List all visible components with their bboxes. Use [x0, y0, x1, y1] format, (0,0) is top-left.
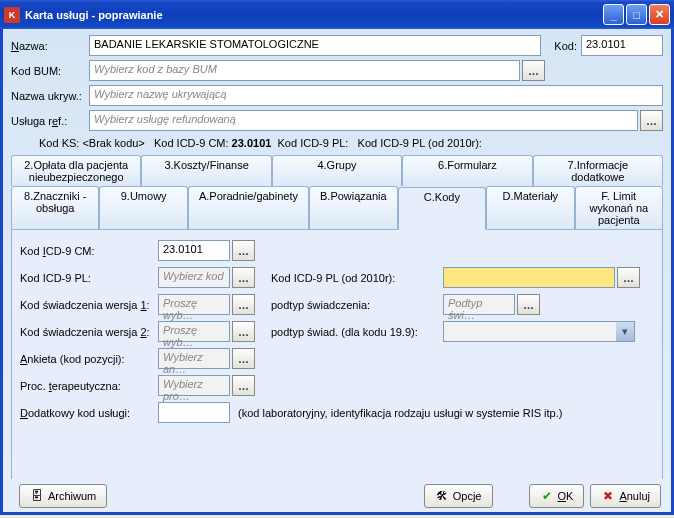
kodbum-label: Kod BUM:: [11, 65, 89, 77]
uslugaref-label: Usługa ref.:: [11, 115, 89, 127]
archiwum-button[interactable]: 🗄 Archiwum: [19, 484, 107, 508]
ksw1-browse-button[interactable]: …: [232, 294, 255, 315]
tools-icon: 🛠: [435, 489, 449, 503]
podtyp-label: podtyp świadczenia:: [271, 299, 443, 311]
panel-kody: Kod ICD-9 CM: 23.0101 … Kod ICD-9 PL: Wy…: [11, 229, 663, 514]
ankieta-label: Ankieta (kod pozycji):: [20, 353, 158, 365]
icd9pl2010-browse-button[interactable]: …: [617, 267, 640, 288]
chevron-down-icon: ▾: [616, 322, 634, 341]
maximize-button[interactable]: □: [626, 4, 647, 25]
icd9pl-input[interactable]: Wybierz kod: [158, 267, 230, 288]
icd9pl2010-label: Kod ICD-9 PL (od 2010r):: [271, 272, 443, 284]
podtyp-browse-button[interactable]: …: [517, 294, 540, 315]
podtyp199-combo[interactable]: ▾: [443, 321, 635, 342]
tab-row-2: 8.Znaczniki - obsługa 9.Umowy A.Poradnie…: [11, 186, 663, 229]
kodbum-browse-button[interactable]: …: [522, 60, 545, 81]
check-icon: ✔: [540, 489, 554, 503]
tab-znaczniki[interactable]: 8.Znaczniki - obsługa: [11, 186, 99, 229]
podtyp199-label: podtyp świad. (dla kodu 19.9):: [271, 326, 443, 338]
icd9cm-browse-button[interactable]: …: [232, 240, 255, 261]
icd9cm-input[interactable]: 23.0101: [158, 240, 230, 261]
icd9pl-browse-button[interactable]: …: [232, 267, 255, 288]
tab-limit[interactable]: F. Limit wykonań na pacjenta: [575, 186, 663, 229]
icd9pl2010-input[interactable]: [443, 267, 615, 288]
info-row: Kod KS: <Brak kodu> Kod ICD-9 CM: 23.010…: [39, 137, 663, 149]
opcje-button[interactable]: 🛠 Opcje: [424, 484, 493, 508]
dodkod-note: (kod laboratoryjny, identyfikacja rodzaj…: [238, 407, 562, 419]
nazwaukryw-label: Nazwa ukryw.:: [11, 90, 89, 102]
ankieta-browse-button[interactable]: …: [232, 348, 255, 369]
ankieta-input[interactable]: Wybierz an…: [158, 348, 230, 369]
tab-poradnie[interactable]: A.Poradnie/gabinety: [188, 186, 309, 229]
nazwa-input[interactable]: BADANIE LEKARSKIE STOMATOLOGICZNE: [89, 35, 541, 56]
uslugaref-input[interactable]: Wybierz usługę refundowaną: [89, 110, 638, 131]
dodkod-input[interactable]: [158, 402, 230, 423]
tab-oplata[interactable]: 2.Opłata dla pacjenta nieubezpieczonego: [11, 155, 141, 186]
tab-informacje[interactable]: 7.Informacje dodatkowe: [533, 155, 663, 186]
titlebar: K Karta usługi - poprawianie _ □ ✕: [0, 0, 674, 29]
ok-button[interactable]: ✔ OK: [529, 484, 585, 508]
ksw2-input[interactable]: Proszę wyb…: [158, 321, 230, 342]
tab-koszty[interactable]: 3.Koszty/Finanse: [141, 155, 271, 186]
tab-formularz[interactable]: 6.Formularz: [402, 155, 532, 186]
proc-browse-button[interactable]: …: [232, 375, 255, 396]
minimize-button[interactable]: _: [603, 4, 624, 25]
ksw2-browse-button[interactable]: …: [232, 321, 255, 342]
proc-label: Proc. terapeutyczna:: [20, 380, 158, 392]
ksw1-input[interactable]: Proszę wyb…: [158, 294, 230, 315]
tab-materialy[interactable]: D.Materiały: [486, 186, 574, 229]
kod-input[interactable]: 23.0101: [581, 35, 663, 56]
tab-row-1: 2.Opłata dla pacjenta nieubezpieczonego …: [11, 155, 663, 186]
tab-kody[interactable]: C.Kody: [398, 187, 486, 230]
ksw1-label: Kod świadczenia wersja 1:: [20, 299, 158, 311]
proc-input[interactable]: Wybierz pro…: [158, 375, 230, 396]
nazwa-label: Nazwa:: [11, 40, 89, 52]
app-icon: K: [4, 7, 20, 23]
nazwaukryw-input[interactable]: Wybierz nazwę ukrywającą: [89, 85, 663, 106]
icd9cm-label: Kod ICD-9 CM:: [20, 245, 158, 257]
anuluj-button[interactable]: ✖ Anuluj: [590, 484, 661, 508]
footer: 🗄 Archiwum 🛠 Opcje ✔ OK ✖ Anuluj: [0, 479, 674, 515]
cancel-icon: ✖: [601, 489, 615, 503]
dodkod-label: Dodatkowy kod usługi:: [20, 407, 158, 419]
close-button[interactable]: ✕: [649, 4, 670, 25]
content-area: Nazwa: BADANIE LEKARSKIE STOMATOLOGICZNE…: [0, 29, 674, 479]
archive-icon: 🗄: [30, 489, 44, 503]
icd9pl-label: Kod ICD-9 PL:: [20, 272, 158, 284]
uslugaref-browse-button[interactable]: …: [640, 110, 663, 131]
ksw2-label: Kod świadczenia wersja 2:: [20, 326, 158, 338]
podtyp-input[interactable]: Podtyp świ…: [443, 294, 515, 315]
kodbum-input[interactable]: Wybierz kod z bazy BUM: [89, 60, 520, 81]
window-title: Karta usługi - poprawianie: [25, 9, 163, 21]
kod-label: Kod:: [547, 40, 577, 52]
tab-umowy[interactable]: 9.Umowy: [99, 186, 187, 229]
tab-grupy[interactable]: 4.Grupy: [272, 155, 402, 186]
tab-powiazania[interactable]: B.Powiązania: [309, 186, 398, 229]
